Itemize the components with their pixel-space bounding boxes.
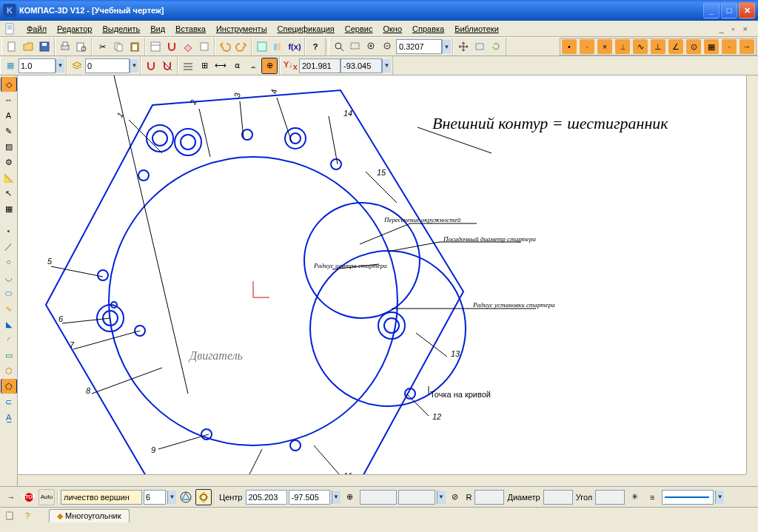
diam-input[interactable] bbox=[543, 490, 573, 505]
geometry-tool[interactable]: ◇ bbox=[1, 77, 17, 92]
menu-tools[interactable]: Инструменты bbox=[212, 23, 272, 35]
zoom-in-button[interactable] bbox=[363, 38, 380, 55]
save-button[interactable] bbox=[36, 38, 53, 55]
arc-tool[interactable]: ◡ bbox=[1, 270, 17, 285]
stop-button[interactable]: ⬤STOP bbox=[21, 489, 37, 505]
diameter-icon[interactable]: ⊘ bbox=[447, 489, 463, 505]
circumscribed-icon[interactable] bbox=[195, 489, 212, 505]
linetype-button[interactable] bbox=[180, 58, 196, 74]
chamfer-tool[interactable]: ◣ bbox=[1, 317, 17, 331]
inscribed-icon[interactable] bbox=[178, 489, 194, 505]
circle-tool[interactable]: ○ bbox=[1, 255, 17, 269]
snap-angle[interactable]: ∠ bbox=[667, 38, 685, 55]
snap-toggle-active[interactable]: ⊕ bbox=[261, 58, 278, 74]
menu-window[interactable]: Окно bbox=[378, 23, 406, 35]
text-button[interactable]: ⍺ bbox=[229, 58, 245, 74]
contour-tool[interactable]: ⬡ bbox=[1, 363, 17, 378]
mdi-buttons[interactable]: _ ▫ × bbox=[719, 24, 754, 33]
coord-dropdown[interactable]: ▼ bbox=[382, 59, 391, 73]
vertices-dropdown[interactable]: ▼ bbox=[167, 491, 176, 504]
point2-icon[interactable]: ⊕ bbox=[342, 489, 358, 505]
snap-point[interactable]: · bbox=[720, 38, 738, 55]
menu-view[interactable]: Вид bbox=[146, 23, 170, 35]
linestyle-input[interactable] bbox=[662, 490, 714, 505]
menu-insert[interactable]: Вставка bbox=[171, 23, 210, 35]
menu-editor[interactable]: Редактор bbox=[53, 23, 96, 35]
close-button[interactable]: ✕ bbox=[739, 2, 755, 18]
snap-endpoint[interactable]: • bbox=[560, 38, 578, 55]
menu-help[interactable]: Справка bbox=[408, 23, 449, 35]
spline-tool[interactable]: ∿ bbox=[1, 301, 17, 316]
rebuild-button[interactable] bbox=[488, 38, 504, 55]
eraser-button[interactable] bbox=[180, 38, 196, 55]
redo-button[interactable] bbox=[233, 38, 249, 55]
auto-button[interactable]: Auto bbox=[38, 489, 55, 505]
help-tab-button[interactable]: ? bbox=[19, 508, 36, 524]
center-x-input[interactable]: 205.203 bbox=[246, 490, 287, 505]
properties-button[interactable] bbox=[147, 38, 164, 55]
libraries-button[interactable] bbox=[270, 38, 286, 55]
rect-tool[interactable]: ▭ bbox=[1, 348, 17, 363]
ellipse-tool[interactable]: ⬭ bbox=[1, 286, 17, 300]
measure-tool[interactable]: 📐 bbox=[1, 170, 17, 185]
p2y-input[interactable] bbox=[398, 490, 435, 505]
ortho-button[interactable]: ⊞ bbox=[196, 58, 212, 74]
menu-spec[interactable]: Спецификация bbox=[273, 23, 339, 35]
maximize-button[interactable]: □ bbox=[721, 2, 737, 18]
p2x-input[interactable] bbox=[360, 490, 397, 505]
menu-select[interactable]: Выделить bbox=[98, 23, 144, 35]
zoom-out-button[interactable] bbox=[380, 38, 396, 55]
menu-libraries[interactable]: Библиотеки bbox=[450, 23, 503, 35]
select-tool[interactable]: ↖ bbox=[1, 186, 17, 201]
center-dropdown[interactable]: ▼ bbox=[332, 491, 341, 504]
style-icon[interactable]: ≡ bbox=[644, 489, 660, 505]
equidistant-tool[interactable]: ⊂ bbox=[1, 394, 17, 409]
axes-icon[interactable]: ✳ bbox=[626, 489, 643, 505]
horizontal-scrollbar[interactable] bbox=[18, 474, 746, 486]
point-tool[interactable]: • bbox=[1, 223, 17, 238]
snap-center[interactable]: ⊙ bbox=[685, 38, 702, 55]
dimension-tool[interactable]: ↔ bbox=[1, 92, 17, 107]
p2-dropdown[interactable]: ▼ bbox=[437, 491, 446, 504]
canvas[interactable]: Внешний контур = шестигранник Точка на к… bbox=[18, 75, 758, 486]
manager-button[interactable] bbox=[254, 38, 270, 55]
r-input[interactable] bbox=[474, 490, 504, 505]
help-button[interactable]: ? bbox=[307, 38, 323, 55]
magnet-toggle[interactable] bbox=[164, 38, 180, 55]
snap-tangent[interactable]: ⟂ bbox=[614, 38, 631, 55]
snap-grid[interactable]: ▦ bbox=[702, 38, 720, 55]
paste-button[interactable] bbox=[127, 38, 143, 55]
line-tool[interactable]: ／ bbox=[1, 239, 17, 254]
vertices-input[interactable] bbox=[144, 490, 166, 505]
vertical-scrollbar[interactable] bbox=[746, 75, 758, 474]
open-button[interactable] bbox=[20, 38, 36, 55]
preview-button[interactable] bbox=[73, 38, 90, 55]
center-y-input[interactable]: -97.505 bbox=[289, 490, 330, 505]
print-button[interactable] bbox=[57, 38, 73, 55]
magnet-off-icon[interactable] bbox=[159, 58, 175, 74]
constraint-button[interactable]: ⫠ bbox=[245, 58, 261, 74]
snap-along[interactable]: → bbox=[738, 38, 756, 55]
dimension-button[interactable]: ⟷ bbox=[212, 58, 229, 74]
zoom-dropdown[interactable]: ▼ bbox=[442, 40, 451, 53]
magnet-on-icon[interactable] bbox=[143, 58, 159, 74]
annotation-tool[interactable]: A bbox=[1, 108, 17, 123]
pan-button[interactable] bbox=[455, 38, 472, 55]
new-button[interactable] bbox=[4, 38, 20, 55]
orientation-button[interactable] bbox=[472, 38, 488, 55]
tab-polygon[interactable]: ◆ Многоугольник bbox=[49, 509, 130, 522]
grid-step-dropdown[interactable]: ▼ bbox=[56, 59, 64, 73]
angle-input[interactable] bbox=[595, 490, 625, 505]
param-tool[interactable]: ⚙ bbox=[1, 155, 17, 169]
zoom-fit-button[interactable] bbox=[331, 38, 347, 55]
minimize-button[interactable]: _ bbox=[703, 2, 720, 18]
menu-file[interactable]: Файл bbox=[22, 23, 51, 35]
variables-button[interactable]: f(x) bbox=[286, 38, 303, 55]
cut-button[interactable]: ✂ bbox=[94, 38, 110, 55]
copy-tab-button[interactable]: 📋 bbox=[1, 508, 18, 524]
layer-dropdown[interactable]: ▼ bbox=[130, 59, 138, 73]
gather-tool[interactable]: A̲ bbox=[1, 410, 17, 425]
snap-intersection[interactable]: × bbox=[596, 38, 614, 55]
grid-snap-icon[interactable]: ▦ bbox=[2, 58, 19, 74]
undo-button[interactable] bbox=[217, 38, 233, 55]
